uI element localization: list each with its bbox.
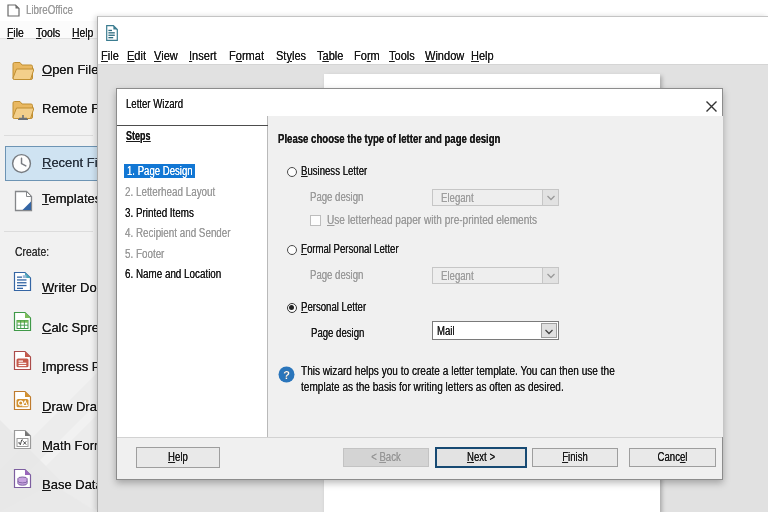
svg-text:?: ? — [283, 369, 290, 381]
